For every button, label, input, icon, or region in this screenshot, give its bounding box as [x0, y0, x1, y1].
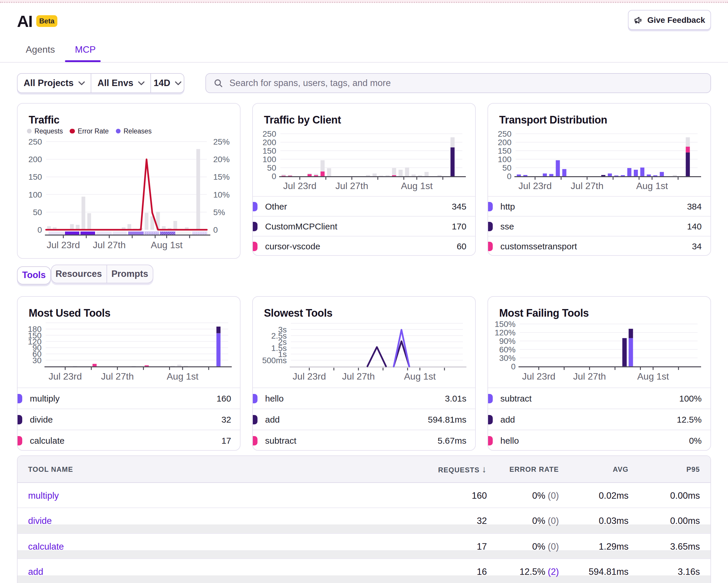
svg-text:200: 200: [498, 138, 512, 147]
svg-text:Aug 1st: Aug 1st: [637, 371, 669, 381]
svg-text:150: 150: [498, 146, 512, 155]
svg-text:Aug 1st: Aug 1st: [151, 240, 183, 250]
svg-text:10%: 10%: [213, 190, 230, 199]
svg-text:15%: 15%: [213, 172, 230, 181]
svg-text:Jul 27th: Jul 27th: [571, 181, 603, 191]
svg-text:Jul 27th: Jul 27th: [573, 371, 606, 381]
svg-text:150: 150: [262, 146, 276, 155]
svg-text:3s: 3s: [278, 325, 287, 334]
svg-text:Aug 1st: Aug 1st: [404, 371, 436, 381]
svg-text:Jul 23rd: Jul 23rd: [293, 371, 326, 381]
svg-text:200: 200: [28, 155, 42, 164]
svg-text:Jul 27th: Jul 27th: [342, 371, 375, 381]
svg-text:Jul 23rd: Jul 23rd: [519, 181, 552, 191]
svg-text:60%: 60%: [499, 345, 516, 354]
svg-text:120%: 120%: [494, 328, 516, 337]
svg-text:0: 0: [507, 172, 512, 181]
svg-text:25%: 25%: [213, 137, 230, 146]
svg-text:50: 50: [33, 208, 42, 217]
svg-text:Jul 27th: Jul 27th: [101, 371, 134, 381]
svg-text:Jul 23rd: Jul 23rd: [283, 181, 317, 191]
svg-text:Jul 27th: Jul 27th: [93, 240, 126, 250]
svg-text:150%: 150%: [494, 319, 516, 328]
svg-text:Aug 1st: Aug 1st: [401, 181, 433, 191]
svg-text:100: 100: [262, 155, 276, 164]
svg-text:50: 50: [502, 163, 512, 172]
svg-text:5%: 5%: [213, 208, 225, 217]
svg-text:0: 0: [271, 172, 276, 181]
svg-text:0: 0: [511, 362, 516, 371]
svg-text:Jul 23rd: Jul 23rd: [522, 371, 555, 381]
svg-text:250: 250: [262, 129, 276, 138]
svg-text:250: 250: [28, 137, 42, 146]
svg-text:150: 150: [28, 172, 42, 181]
svg-text:20%: 20%: [213, 155, 230, 164]
svg-text:100: 100: [498, 155, 512, 164]
svg-text:Jul 23rd: Jul 23rd: [49, 371, 82, 381]
svg-text:0: 0: [213, 225, 218, 234]
svg-text:30%: 30%: [499, 353, 516, 362]
svg-text:180: 180: [28, 324, 42, 333]
svg-text:90%: 90%: [499, 336, 516, 345]
svg-text:50: 50: [267, 163, 276, 172]
svg-text:250: 250: [498, 129, 512, 138]
svg-text:100: 100: [28, 190, 42, 199]
svg-text:Jul 27th: Jul 27th: [335, 181, 368, 191]
svg-text:200: 200: [262, 138, 276, 147]
svg-text:0: 0: [37, 225, 42, 234]
svg-text:Aug 1st: Aug 1st: [167, 371, 199, 381]
svg-text:Aug 1st: Aug 1st: [636, 181, 668, 191]
svg-text:Jul 23rd: Jul 23rd: [47, 240, 80, 250]
